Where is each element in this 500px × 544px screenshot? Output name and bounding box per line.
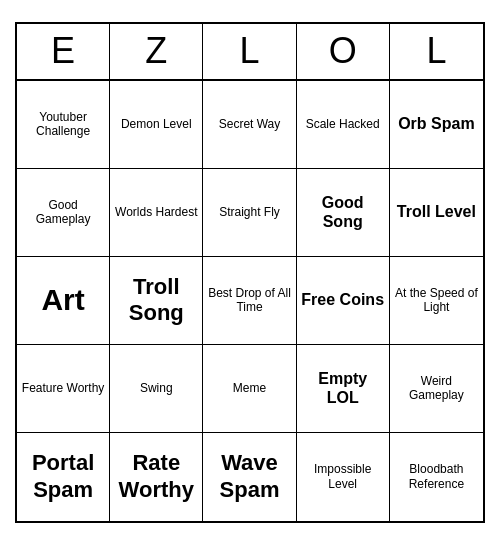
bingo-cell-11: Troll Song [110, 257, 203, 345]
bingo-cell-22: Wave Spam [203, 433, 296, 521]
bingo-cell-0: Youtuber Challenge [17, 81, 110, 169]
bingo-cell-20: Portal Spam [17, 433, 110, 521]
bingo-grid: Youtuber ChallengeDemon LevelSecret WayS… [17, 81, 483, 521]
bingo-cell-15: Feature Worthy [17, 345, 110, 433]
bingo-cell-2: Secret Way [203, 81, 296, 169]
bingo-cell-8: Good Song [297, 169, 390, 257]
bingo-cell-7: Straight Fly [203, 169, 296, 257]
bingo-cell-4: Orb Spam [390, 81, 483, 169]
bingo-cell-10: Art [17, 257, 110, 345]
bingo-cell-9: Troll Level [390, 169, 483, 257]
header-letter-L: L [203, 24, 296, 79]
bingo-cell-14: At the Speed of Light [390, 257, 483, 345]
bingo-cell-19: Weird Gameplay [390, 345, 483, 433]
bingo-card: EZLOL Youtuber ChallengeDemon LevelSecre… [15, 22, 485, 523]
bingo-cell-6: Worlds Hardest [110, 169, 203, 257]
bingo-cell-3: Scale Hacked [297, 81, 390, 169]
bingo-cell-12: Best Drop of All Time [203, 257, 296, 345]
bingo-cell-16: Swing [110, 345, 203, 433]
bingo-header: EZLOL [17, 24, 483, 81]
header-letter-Z: Z [110, 24, 203, 79]
bingo-cell-21: Rate Worthy [110, 433, 203, 521]
bingo-cell-5: Good Gameplay [17, 169, 110, 257]
bingo-cell-24: Bloodbath Reference [390, 433, 483, 521]
bingo-cell-17: Meme [203, 345, 296, 433]
bingo-cell-13: Free Coins [297, 257, 390, 345]
header-letter-L: L [390, 24, 483, 79]
bingo-cell-23: Impossible Level [297, 433, 390, 521]
header-letter-E: E [17, 24, 110, 79]
bingo-cell-1: Demon Level [110, 81, 203, 169]
bingo-cell-18: Empty LOL [297, 345, 390, 433]
header-letter-O: O [297, 24, 390, 79]
